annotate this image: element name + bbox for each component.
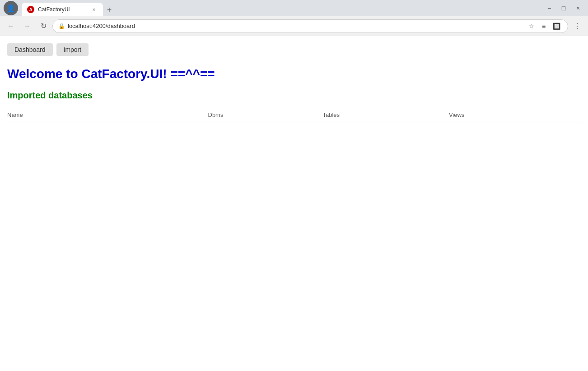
- tab-close-button[interactable]: ×: [90, 6, 98, 13]
- new-tab-button[interactable]: +: [103, 4, 116, 16]
- reader-mode-button[interactable]: ≡: [538, 20, 550, 32]
- databases-table: Name Dbms Tables Views: [7, 108, 581, 122]
- nav-right-actions: ⋮: [570, 19, 584, 33]
- page-content: Dashboard Import Welcome to CatFactory.U…: [0, 36, 588, 371]
- welcome-heading: Welcome to CatFactory.UI! ==^^==: [7, 67, 581, 81]
- column-header-dbms: Dbms: [208, 108, 323, 122]
- reload-button[interactable]: ↻: [36, 19, 51, 33]
- import-nav-button[interactable]: Import: [56, 43, 89, 56]
- maximize-button[interactable]: □: [557, 2, 570, 14]
- column-header-views: Views: [449, 108, 581, 122]
- imported-databases-heading: Imported databases: [7, 90, 581, 101]
- lock-icon: 🔒: [58, 23, 65, 29]
- table-header-row: Name Dbms Tables Views: [7, 108, 581, 122]
- close-button[interactable]: ×: [572, 2, 584, 14]
- table-header: Name Dbms Tables Views: [7, 108, 581, 122]
- app-nav: Dashboard Import: [7, 43, 581, 56]
- bookmark-button[interactable]: ☆: [525, 20, 537, 32]
- address-actions: ☆ ≡ 🔲: [525, 20, 562, 32]
- nav-bar: ← → ↻ 🔒 localhost:4200/dashboard ☆ ≡ 🔲 ⋮: [0, 16, 588, 36]
- dashboard-nav-button[interactable]: Dashboard: [7, 43, 53, 56]
- column-header-tables: Tables: [323, 108, 449, 122]
- back-button[interactable]: ←: [4, 19, 18, 33]
- address-bar[interactable]: 🔒 localhost:4200/dashboard ☆ ≡ 🔲: [52, 19, 568, 33]
- forward-button[interactable]: →: [20, 19, 34, 33]
- extension-button[interactable]: 🔲: [551, 20, 562, 32]
- tab-title: CatFactoryUI: [38, 6, 87, 13]
- title-bar: 👤 A CatFactoryUI × + − □ ×: [0, 0, 588, 16]
- active-tab[interactable]: A CatFactoryUI ×: [22, 3, 103, 16]
- column-header-name: Name: [7, 108, 208, 122]
- window-controls: − □ ×: [543, 2, 584, 14]
- tab-area: A CatFactoryUI × +: [22, 0, 541, 16]
- browser-window: 👤 A CatFactoryUI × + − □ × ← → ↻ 🔒 local…: [0, 0, 588, 371]
- tab-favicon: A: [27, 6, 34, 13]
- profile-icon-symbol: 👤: [6, 4, 15, 13]
- more-menu-button[interactable]: ⋮: [570, 19, 584, 33]
- address-text: localhost:4200/dashboard: [68, 23, 135, 29]
- minimize-button[interactable]: −: [543, 2, 555, 14]
- profile-icon[interactable]: 👤: [4, 1, 18, 15]
